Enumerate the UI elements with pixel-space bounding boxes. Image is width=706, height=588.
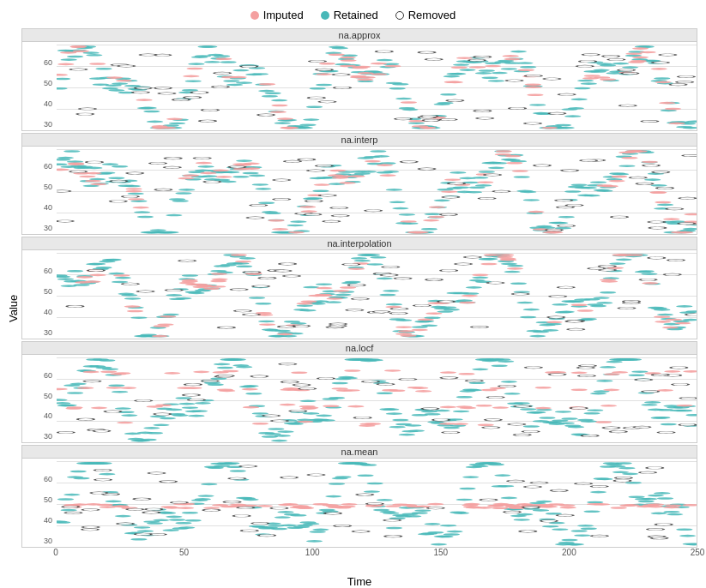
- svg-point-1205: [641, 404, 657, 406]
- svg-point-222: [371, 63, 387, 65]
- svg-point-1010: [664, 273, 680, 276]
- svg-point-1284: [407, 387, 424, 389]
- svg-point-364: [128, 192, 144, 195]
- svg-point-240: [186, 68, 202, 70]
- svg-point-1465: [386, 527, 402, 530]
- svg-point-1625: [85, 503, 101, 506]
- y-tick: 60: [22, 475, 55, 483]
- svg-point-911: [276, 333, 293, 336]
- svg-point-472: [472, 177, 488, 179]
- svg-point-1552: [663, 511, 679, 513]
- svg-point-1537: [615, 463, 631, 465]
- svg-point-314: [140, 54, 156, 57]
- svg-point-839: [558, 311, 575, 314]
- svg-point-615: [68, 163, 84, 165]
- svg-point-457: [424, 213, 440, 215]
- svg-point-341: [57, 159, 70, 161]
- svg-point-915: [425, 313, 442, 315]
- svg-point-237: [319, 63, 335, 65]
- svg-point-594: [602, 185, 619, 188]
- svg-point-1647: [238, 507, 254, 509]
- svg-point-330: [602, 55, 619, 57]
- svg-point-976: [278, 326, 294, 328]
- svg-point-1668: [135, 533, 151, 536]
- plot-area: [57, 461, 697, 547]
- svg-point-552: [183, 174, 199, 177]
- svg-point-308: [334, 87, 350, 89]
- svg-point-207: [57, 63, 74, 66]
- svg-point-997: [352, 298, 368, 301]
- svg-point-1589: [505, 506, 522, 508]
- svg-point-1414: [223, 463, 239, 465]
- panel-panel4: na.locf60504030: [21, 341, 697, 444]
- svg-point-1610: [611, 507, 627, 510]
- svg-point-1186: [581, 420, 597, 423]
- svg-point-1042: [121, 414, 137, 417]
- x-tick-label: 150: [433, 548, 448, 557]
- svg-point-1167: [520, 408, 536, 411]
- svg-point-1295: [359, 424, 375, 427]
- svg-point-985: [275, 270, 291, 273]
- panel-panel2: na.interp60504030: [21, 133, 697, 236]
- svg-point-1270: [120, 387, 136, 389]
- svg-point-1147: [456, 396, 473, 399]
- svg-point-262: [419, 127, 436, 129]
- svg-point-1297: [534, 387, 551, 389]
- svg-point-835: [546, 323, 562, 326]
- svg-point-1556: [676, 529, 692, 531]
- svg-point-1439: [303, 523, 319, 525]
- svg-point-643: [556, 199, 572, 201]
- svg-point-470: [466, 190, 482, 193]
- svg-point-1252: [77, 387, 94, 389]
- svg-point-1177: [552, 419, 568, 422]
- svg-point-1119: [366, 359, 383, 362]
- svg-point-869: [654, 309, 670, 311]
- svg-point-404: [255, 188, 271, 190]
- svg-point-1305: [483, 426, 499, 429]
- svg-point-122: [440, 93, 456, 96]
- svg-point-329: [549, 112, 565, 115]
- svg-point-1525: [577, 525, 594, 527]
- svg-point-665: [479, 197, 495, 200]
- svg-point-1060: [178, 403, 195, 405]
- svg-point-968: [166, 289, 182, 291]
- svg-point-1224: [595, 421, 612, 423]
- svg-point-626: [165, 157, 181, 159]
- y-tick: 30: [22, 328, 55, 337]
- svg-point-1643: [334, 525, 350, 528]
- svg-point-605: [504, 154, 521, 157]
- svg-point-506: [581, 186, 597, 189]
- svg-point-927: [326, 297, 342, 300]
- x-tick-label: 0: [53, 548, 58, 557]
- svg-point-161: [564, 115, 581, 117]
- svg-point-1258: [365, 423, 381, 425]
- svg-point-1351: [432, 418, 449, 421]
- svg-point-637: [534, 164, 550, 166]
- svg-point-275: [359, 76, 376, 79]
- svg-point-1459: [366, 483, 383, 485]
- svg-point-645: [149, 162, 166, 165]
- panel-panel1: na.approx60504030: [21, 28, 697, 131]
- svg-point-699: [112, 281, 128, 284]
- svg-point-1356: [549, 373, 565, 375]
- svg-point-1004: [487, 282, 504, 285]
- svg-point-1362: [57, 499, 74, 501]
- svg-point-669: [401, 160, 417, 163]
- svg-point-1626: [498, 504, 514, 507]
- svg-point-201: [518, 69, 534, 71]
- svg-point-809: [462, 292, 479, 295]
- svg-point-83: [316, 84, 332, 87]
- svg-point-497: [552, 221, 568, 224]
- svg-point-202: [632, 47, 649, 50]
- svg-point-1220: [604, 373, 620, 375]
- svg-point-1691: [308, 474, 324, 477]
- y-axis-ticks: 60504030: [22, 461, 57, 547]
- svg-point-1698: [615, 477, 631, 480]
- dots-svg: [57, 461, 697, 547]
- svg-point-334: [608, 58, 625, 61]
- svg-point-326: [257, 114, 274, 117]
- svg-point-312: [477, 117, 493, 120]
- svg-point-386: [197, 165, 214, 168]
- svg-point-1517: [552, 529, 568, 531]
- svg-point-1545: [641, 498, 657, 501]
